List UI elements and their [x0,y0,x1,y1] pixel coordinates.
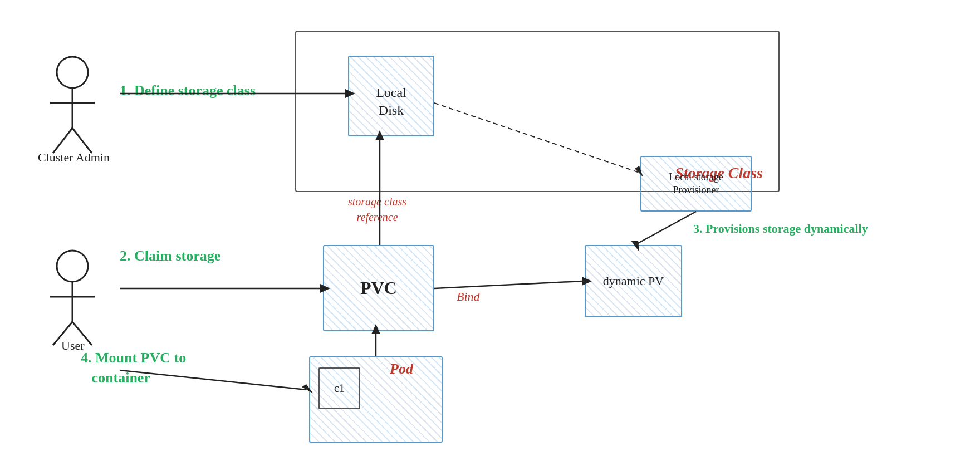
local-disk-box [348,56,434,136]
pod-c1-text: c1 [318,367,360,409]
step3-label: 3. Provisions storage dynamically [693,222,868,236]
svg-line-4 [72,128,92,153]
step1-label: 1. Define storage class [120,82,256,99]
step4-label: 4. Mount PVC to container [81,348,186,389]
cluster-admin-label: Cluster Admin [38,150,110,165]
step2-label: 2. Claim storage [120,248,220,264]
svg-line-23 [434,281,582,288]
svg-line-21 [635,212,696,245]
svg-point-0 [57,57,88,88]
provisioner-box [640,156,752,212]
bind-label: Bind [457,290,480,304]
user-label: User [61,339,85,353]
storage-ref-label: storage classreference [348,194,406,225]
dynamic-pv-text: dynamic PV [585,245,682,317]
svg-line-3 [53,128,72,153]
pod-label-text: Pod [390,361,413,377]
svg-point-7 [57,251,88,282]
pvc-text: PVC [323,245,434,331]
